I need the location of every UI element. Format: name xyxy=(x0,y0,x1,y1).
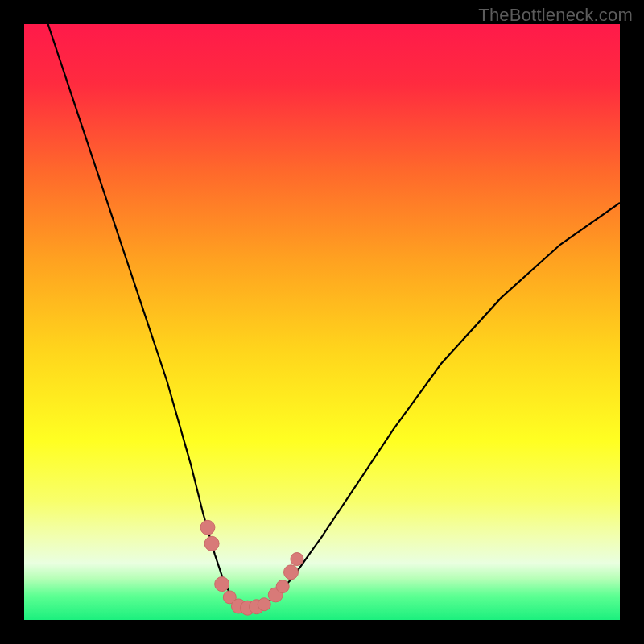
plot-area xyxy=(24,24,620,620)
marker-point xyxy=(291,553,303,566)
marker-point xyxy=(215,577,229,592)
bottleneck-curve xyxy=(48,24,620,608)
marker-point xyxy=(284,565,299,580)
curve-svg xyxy=(24,24,620,620)
marker-point xyxy=(276,580,289,593)
watermark-text: TheBottleneck.com xyxy=(478,5,633,26)
markers-group xyxy=(200,520,303,615)
marker-point xyxy=(200,520,215,535)
chart-frame: TheBottleneck.com xyxy=(0,0,644,644)
marker-point xyxy=(258,598,270,611)
marker-point xyxy=(204,536,219,551)
